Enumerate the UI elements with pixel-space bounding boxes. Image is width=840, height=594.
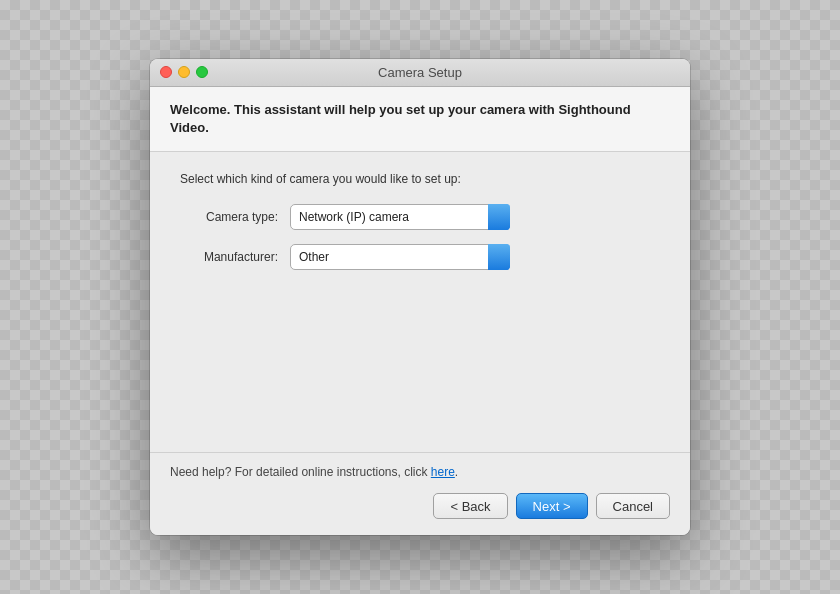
- title-bar: Camera Setup: [150, 59, 690, 87]
- maximize-button[interactable]: [196, 66, 208, 78]
- minimize-button[interactable]: [178, 66, 190, 78]
- camera-setup-window: Camera Setup Welcome. This assistant wil…: [150, 59, 690, 535]
- manufacturer-select-wrapper: Other Axis Bosch Canon Foscam Hikvision …: [290, 244, 510, 270]
- cancel-button[interactable]: Cancel: [596, 493, 670, 519]
- manufacturer-select[interactable]: Other Axis Bosch Canon Foscam Hikvision …: [290, 244, 510, 270]
- window-title: Camera Setup: [378, 65, 462, 80]
- button-row: < Back Next > Cancel: [170, 493, 670, 519]
- help-text-prefix: Need help? For detailed online instructi…: [170, 465, 431, 479]
- manufacturer-row: Manufacturer: Other Axis Bosch Canon Fos…: [180, 244, 660, 270]
- footer: Need help? For detailed online instructi…: [150, 452, 690, 535]
- close-button[interactable]: [160, 66, 172, 78]
- help-link[interactable]: here: [431, 465, 455, 479]
- camera-type-select-wrapper: Network (IP) camera USB camera: [290, 204, 510, 230]
- traffic-lights: [160, 66, 208, 78]
- manufacturer-label: Manufacturer:: [180, 250, 290, 264]
- main-content: Select which kind of camera you would li…: [150, 152, 690, 452]
- header-banner: Welcome. This assistant will help you se…: [150, 87, 690, 152]
- camera-type-row: Camera type: Network (IP) camera USB cam…: [180, 204, 660, 230]
- help-text: Need help? For detailed online instructi…: [170, 465, 670, 479]
- select-instruction: Select which kind of camera you would li…: [180, 172, 660, 186]
- camera-type-label: Camera type:: [180, 210, 290, 224]
- camera-type-select[interactable]: Network (IP) camera USB camera: [290, 204, 510, 230]
- back-button[interactable]: < Back: [433, 493, 507, 519]
- next-button[interactable]: Next >: [516, 493, 588, 519]
- welcome-text: Welcome. This assistant will help you se…: [170, 101, 670, 137]
